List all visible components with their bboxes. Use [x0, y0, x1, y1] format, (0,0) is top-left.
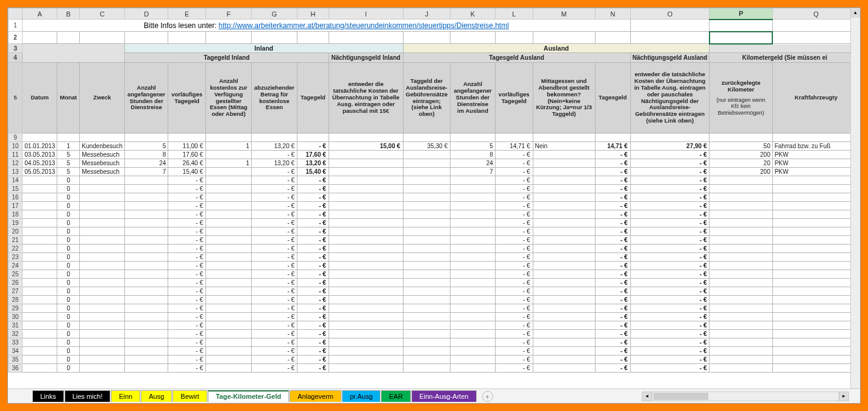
cell-vorl-inland[interactable]: - € [168, 262, 206, 270]
cell-tagesgeld-ausland[interactable]: - € [595, 262, 630, 270]
cell-stunden-ausland[interactable] [450, 330, 496, 338]
cell-kfz[interactable] [772, 347, 859, 356]
cell-vorl-inland[interactable]: - € [168, 202, 206, 210]
sheet-tab-ear[interactable]: EAR [381, 390, 411, 402]
cell-abzug[interactable]: - € [252, 227, 297, 236]
cell-vorl-ausland[interactable]: - € [495, 347, 533, 356]
cell-km[interactable] [710, 330, 772, 338]
row-header-5[interactable]: 5 [9, 63, 23, 134]
cell-vorl-inland[interactable]: - € [168, 219, 206, 227]
cell-naecht-ausland[interactable]: - € [630, 168, 710, 176]
cell-kfz[interactable] [772, 313, 859, 321]
cell-ausland-satz[interactable] [403, 313, 450, 321]
cell-vorl-ausland[interactable]: - € [495, 227, 533, 236]
cell-essen[interactable] [205, 347, 251, 356]
col-header-Q[interactable]: Q [772, 9, 859, 20]
cell-tagegeld[interactable]: - € [297, 287, 329, 296]
cell-tagesgeld-ausland[interactable]: - € [595, 347, 630, 356]
cell-stunden-ausland[interactable] [450, 245, 496, 253]
row-header-26[interactable]: 26 [9, 279, 23, 287]
cell-km[interactable] [710, 270, 772, 279]
cell-stunden-inland[interactable]: 8 [124, 151, 168, 159]
cell-naecht-inland[interactable] [329, 338, 403, 347]
cell-stunden-ausland[interactable] [450, 364, 496, 373]
cell-stunden-inland[interactable] [124, 262, 168, 270]
cell-monat[interactable]: 0 [57, 176, 80, 185]
cell-tagegeld[interactable]: - € [297, 193, 329, 202]
cell-ausland-satz[interactable] [403, 236, 450, 245]
cell-tagegeld[interactable]: 15,40 € [297, 168, 329, 176]
cell-datum[interactable] [23, 364, 57, 373]
cell-essen[interactable]: 1 [205, 159, 251, 168]
cell-vorl-inland[interactable]: - € [168, 364, 206, 373]
cell-zweck[interactable]: Messebesuch [80, 151, 125, 159]
cell-tagesgeld-ausland[interactable]: - € [595, 338, 630, 347]
row-header-2[interactable]: 2 [9, 32, 23, 44]
cell-essen-gestellt[interactable] [533, 347, 595, 356]
cell-datum[interactable] [23, 245, 57, 253]
cell-naecht-inland[interactable] [329, 159, 403, 168]
cell-tagesgeld-ausland[interactable]: - € [595, 210, 630, 219]
sheet-tab-einn-ausg-arten[interactable]: Einn-Ausg-Arten [411, 390, 477, 402]
cell-datum[interactable]: 04.05.2013 [23, 159, 57, 168]
cell-essen-gestellt[interactable] [533, 168, 595, 176]
row-header-35[interactable]: 35 [9, 356, 23, 364]
cell-r2-4[interactable] [168, 32, 206, 44]
cell-naecht-ausland[interactable]: - € [630, 159, 710, 168]
cell-vorl-ausland[interactable]: - € [495, 313, 533, 321]
cell-km[interactable] [710, 245, 772, 253]
cell-essen-gestellt[interactable]: Nein [533, 142, 595, 151]
cell-O1[interactable] [630, 20, 710, 32]
cell-monat[interactable]: 0 [57, 287, 80, 296]
cell-monat[interactable]: 5 [57, 151, 80, 159]
cell-zweck[interactable] [80, 236, 125, 245]
cell-tagegeld[interactable]: - € [297, 253, 329, 262]
cell-stunden-ausland[interactable] [450, 262, 496, 270]
cell-stunden-ausland[interactable] [450, 185, 496, 193]
cell-vorl-ausland[interactable]: - € [495, 159, 533, 168]
cell-monat[interactable]: 0 [57, 296, 80, 304]
row-header-10[interactable]: 10 [9, 142, 23, 151]
cell-vorl-ausland[interactable]: - € [495, 168, 533, 176]
col-header-J[interactable]: J [403, 9, 450, 20]
row-header-3[interactable]: 3 [9, 44, 23, 53]
cell-kfz[interactable]: PKW [772, 159, 859, 168]
cell-naecht-ausland[interactable]: - € [630, 321, 710, 330]
row-header-19[interactable]: 19 [9, 219, 23, 227]
cell-stunden-inland[interactable] [124, 210, 168, 219]
cell-naecht-inland[interactable] [329, 279, 403, 287]
row-header-17[interactable]: 17 [9, 202, 23, 210]
cell-tagegeld[interactable]: - € [297, 262, 329, 270]
cell-vorl-ausland[interactable]: - € [495, 210, 533, 219]
cell-monat[interactable]: 0 [57, 356, 80, 364]
col-header-F[interactable]: F [205, 9, 251, 20]
cell-ausland-satz[interactable] [403, 202, 450, 210]
cell-stunden-inland[interactable] [124, 176, 168, 185]
cell-essen[interactable] [205, 356, 251, 364]
cell-abzug[interactable]: - € [252, 219, 297, 227]
cell-naecht-inland[interactable] [329, 151, 403, 159]
cell-zweck[interactable] [80, 364, 125, 373]
cell-essen-gestellt[interactable] [533, 219, 595, 227]
cell-kfz[interactable] [772, 321, 859, 330]
cell-zweck[interactable] [80, 296, 125, 304]
cell-datum[interactable] [23, 304, 57, 313]
cell-zweck[interactable] [80, 330, 125, 338]
vertical-scrollbar[interactable]: ▴ [850, 8, 860, 388]
cell-essen-gestellt[interactable] [533, 159, 595, 168]
cell-stunden-ausland[interactable] [450, 227, 496, 236]
cell-r2-0[interactable] [23, 32, 57, 44]
cell-km[interactable]: 20 [710, 159, 772, 168]
cell-naecht-inland[interactable]: 15,00 € [329, 142, 403, 151]
row-header-15[interactable]: 15 [9, 185, 23, 193]
row-header-31[interactable]: 31 [9, 321, 23, 330]
cell-vorl-ausland[interactable]: - € [495, 253, 533, 262]
cell-tagegeld[interactable]: - € [297, 210, 329, 219]
row-header-21[interactable]: 21 [9, 236, 23, 245]
cell-abzug[interactable]: - € [252, 185, 297, 193]
cell-essen[interactable] [205, 262, 251, 270]
cell-naecht-inland[interactable] [329, 219, 403, 227]
cell-monat[interactable]: 0 [57, 210, 80, 219]
cell-essen-gestellt[interactable] [533, 227, 595, 236]
cell-vorl-ausland[interactable]: - € [495, 219, 533, 227]
